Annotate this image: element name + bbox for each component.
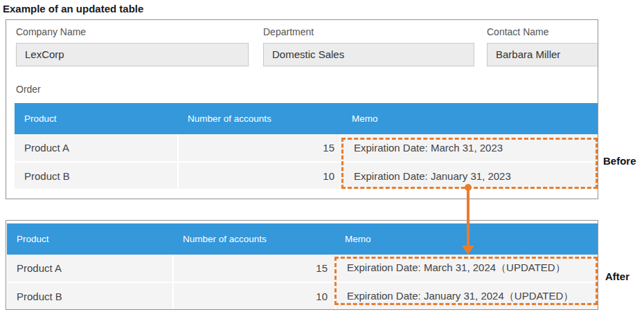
header-product: Product [7, 223, 173, 255]
page: Example of an updated table Company Name… [0, 0, 644, 312]
record-panel-after: Product Number of accounts Memo Product … [6, 220, 598, 310]
product-cell: Product A [15, 134, 178, 162]
memo-cell: Expiration Date: March 31, 2024（UPDATED） [335, 255, 598, 282]
record-panel-before: Company Name LexCorp Department Domestic… [6, 19, 598, 199]
department-input[interactable]: Domestic Sales [263, 43, 474, 66]
update-arrow-icon [461, 184, 475, 255]
accounts-cell: 10 [173, 282, 335, 310]
contact-name-input[interactable]: Barbara Miller [487, 43, 598, 66]
field-company-name: Company Name LexCorp [16, 26, 253, 66]
order-section-label: Order [16, 84, 41, 95]
product-cell: Product B [7, 282, 173, 310]
after-label: After [605, 270, 629, 282]
product-cell: Product A [7, 255, 173, 282]
department-label: Department [263, 26, 474, 37]
product-cell: Product B [15, 162, 178, 190]
table-row: Product A 15 Expiration Date: March 31, … [7, 255, 598, 282]
arrow-line [467, 187, 469, 247]
company-name-input[interactable]: LexCorp [16, 43, 249, 66]
table-header-row: Product Number of accounts Memo [15, 103, 598, 134]
memo-cell: Expiration Date: January 31, 2024（UPDATE… [335, 282, 598, 310]
header-accounts: Number of accounts [173, 223, 335, 255]
accounts-cell: 10 [178, 162, 342, 190]
header-accounts: Number of accounts [178, 103, 342, 134]
contact-name-label: Contact Name [487, 26, 598, 37]
table-row: Product B 10 Expiration Date: January 31… [7, 282, 598, 310]
page-title: Example of an updated table [3, 3, 143, 15]
memo-cell: Expiration Date: March 31, 2023 [342, 134, 598, 162]
company-name-label: Company Name [16, 26, 253, 37]
field-department: Department Domestic Sales [263, 26, 474, 66]
arrow-head-icon [462, 246, 474, 255]
accounts-cell: 15 [173, 255, 335, 282]
header-memo: Memo [342, 103, 598, 134]
table-header-row: Product Number of accounts Memo [7, 223, 598, 255]
header-product: Product [15, 103, 178, 134]
table-row: Product A 15 Expiration Date: March 31, … [15, 134, 598, 162]
order-table-after: Product Number of accounts Memo Product … [7, 223, 598, 310]
order-table-before: Product Number of accounts Memo Product … [15, 103, 598, 190]
field-contact-name: Contact Name Barbara Miller [487, 26, 598, 66]
accounts-cell: 15 [178, 134, 342, 162]
table-row: Product B 10 Expiration Date: January 31… [15, 162, 598, 190]
before-label: Before [603, 155, 636, 167]
